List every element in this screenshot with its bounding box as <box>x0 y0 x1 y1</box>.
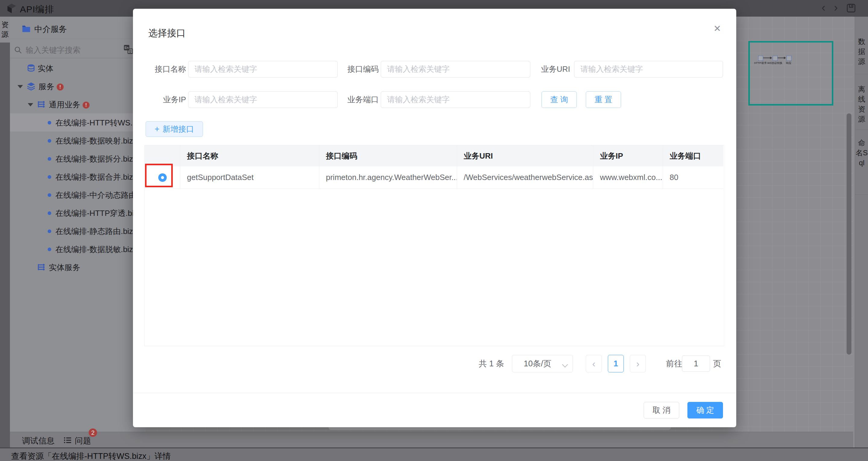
status-text: 查看资源「在线编排-HTTP转WS.bizx」详情 <box>11 451 171 461</box>
divider <box>855 74 868 74</box>
flow-icon <box>36 263 45 272</box>
tab-debug-info[interactable]: 调试信息 <box>22 435 55 446</box>
tree-item-label: 通用业务! <box>49 99 90 110</box>
translate-icon[interactable]: 文 En <box>124 45 134 55</box>
leaf-bullet-icon <box>48 193 51 197</box>
leaf-bullet-icon <box>48 229 51 233</box>
tree-item-bizx[interactable]: 在线编排-数据拆分.bizx <box>10 150 145 167</box>
query-button[interactable]: 查 询 <box>541 91 577 108</box>
flow-connector <box>778 58 786 58</box>
tree-item-label: 在线编排-数据映射.bizx! <box>56 136 145 146</box>
tree-item-label: 在线编排-HTTP穿透.bizx <box>56 208 142 219</box>
filter-label-ip: 业务IP <box>145 91 186 108</box>
next-page-button[interactable]: › <box>630 355 646 372</box>
filter-input-ip[interactable] <box>188 91 338 108</box>
tree-item-services[interactable]: 服务! <box>10 77 145 95</box>
redo-icon[interactable]: › <box>834 2 838 13</box>
filter-input-port[interactable] <box>381 91 530 108</box>
sidebar-search-input[interactable] <box>25 44 123 56</box>
header-port: 业务端口 <box>663 145 723 166</box>
resource-sidebar: 中介服务 文 En 实体 <box>10 17 145 432</box>
expand-arrow-icon[interactable] <box>18 85 23 88</box>
search-icon <box>14 46 22 54</box>
tree-item-label: 服务! <box>39 82 64 92</box>
reset-button[interactable]: 重 置 <box>586 91 621 108</box>
filter-label-name: 接口名称 <box>145 61 186 78</box>
tree-item-common-biz[interactable]: 通用业务! <box>10 95 145 113</box>
tree-item-bizx[interactable]: 在线编排-静态路由.bizx <box>10 222 145 240</box>
tree-item-label: 在线编排-数据合并.bizx <box>56 172 137 182</box>
tree-item-bizx[interactable]: 在线编排-HTTP穿透.bizx <box>10 204 145 222</box>
goto-page-input[interactable] <box>682 356 710 372</box>
folder-icon <box>21 24 31 34</box>
header-name: 接口名称 <box>180 145 319 166</box>
page-size-select[interactable]: 10条/页 <box>512 355 573 372</box>
tree-item-entity[interactable]: 实体 <box>10 59 145 77</box>
status-bar: 查看资源「在线编排-HTTP转WS.bizx」详情 <box>0 448 868 461</box>
filter-input-code[interactable] <box>381 61 530 78</box>
page-1-button[interactable]: 1 <box>608 355 624 372</box>
table-header-row: 接口名称 接口编码 业务URI 业务IP 业务端口 <box>145 145 723 166</box>
flow-node-start[interactable] <box>758 56 763 61</box>
bottom-panel-tabs: 调试信息 问题 <box>10 432 853 448</box>
leaf-bullet-icon <box>48 157 51 161</box>
tab-problems[interactable]: 问题 <box>75 435 91 446</box>
header-ip: 业务IP <box>593 145 663 166</box>
leaf-bullet-icon <box>48 175 51 179</box>
tree-item-label: 在线编排-HTTP转WS.bizx <box>56 118 145 128</box>
flow-node-label: 响应 <box>779 61 798 65</box>
tab-named-sql[interactable]: 命名Sql <box>855 138 868 167</box>
vertical-scrollbar[interactable] <box>846 113 851 355</box>
tree-item-bizx[interactable]: 在线编排-中介动态路由.bizx <box>10 186 145 204</box>
sidebar-root-row[interactable]: 中介服务 <box>10 19 145 39</box>
list-icon <box>64 437 71 444</box>
flow-icon <box>36 100 45 109</box>
cell-ip: www.webxml.co... <box>593 166 663 188</box>
tab-datasource[interactable]: 数据源 <box>855 36 868 66</box>
add-interface-button[interactable]: +新增接口 <box>146 121 203 137</box>
tree-item-bizx-selected[interactable]: 在线编排-HTTP转WS.bizx <box>10 113 145 131</box>
close-icon[interactable]: ✕ <box>711 22 724 35</box>
prev-page-button[interactable]: ‹ <box>586 355 602 372</box>
select-interface-dialog: 选择接口 ✕ 接口名称 接口编码 业务URI 业务IP 业务端口 查 询 重 置… <box>133 9 736 427</box>
tree-item-label: 在线编排-中介动态路由.bizx <box>56 190 145 201</box>
pagination-total: 共 1 条 <box>479 355 504 372</box>
tree-item-bizx[interactable]: 在线编排-数据脱敏.bizx <box>10 240 145 258</box>
tree-item-label: 在线编排-数据拆分.bizx <box>56 154 137 164</box>
tab-offline-resource[interactable]: 离线资源 <box>855 84 868 124</box>
leaf-bullet-icon <box>48 121 51 125</box>
leaf-bullet-icon <box>48 139 51 143</box>
filter-label-port: 业务端口 <box>338 91 379 108</box>
right-tab-strip: 数据源 离线资源 命名Sql <box>855 17 868 448</box>
flow-node-middle[interactable] <box>773 56 778 61</box>
expand-arrow-icon[interactable] <box>28 103 33 106</box>
cancel-button[interactable]: 取 消 <box>644 402 679 419</box>
flow-node-end[interactable] <box>786 56 792 61</box>
cell-port: 80 <box>663 166 723 188</box>
tree-item-bizx[interactable]: 在线编排-数据合并.bizx <box>10 167 145 186</box>
filter-label-code: 接口编码 <box>338 61 379 78</box>
annotation-highlight-box <box>145 164 173 187</box>
divider <box>133 393 736 393</box>
table-row[interactable]: getSupportDataSet primeton.hr.agency.Wea… <box>145 166 723 189</box>
cell-name: getSupportDataSet <box>180 166 319 188</box>
goto-label: 前往 <box>666 355 682 372</box>
save-icon[interactable] <box>846 3 856 13</box>
divider <box>855 194 868 195</box>
cell-uri: /WebServices/weatherwebService.as... <box>457 166 593 188</box>
layers-icon <box>27 82 36 91</box>
header-uri: 业务URI <box>457 145 593 166</box>
app-logo-icon <box>6 3 18 14</box>
selection-frame[interactable]: HTTP请求 WS协议转换 响应 <box>748 41 833 105</box>
activity-tab-resources[interactable]: 资源 <box>0 17 10 42</box>
error-badge: ! <box>83 102 90 109</box>
filter-input-uri[interactable] <box>574 61 723 78</box>
leaf-bullet-icon <box>48 211 51 215</box>
tree-item-bizx[interactable]: 在线编排-数据映射.bizx! <box>10 131 145 150</box>
tree-item-entity-service[interactable]: 实体服务 <box>10 258 145 276</box>
confirm-button[interactable]: 确 定 <box>687 402 723 419</box>
divider <box>855 130 868 130</box>
filter-input-name[interactable] <box>188 61 338 78</box>
interface-table: 接口名称 接口编码 业务URI 业务IP 业务端口 getSupportData… <box>145 145 724 346</box>
undo-icon[interactable]: ‹ <box>822 2 826 13</box>
